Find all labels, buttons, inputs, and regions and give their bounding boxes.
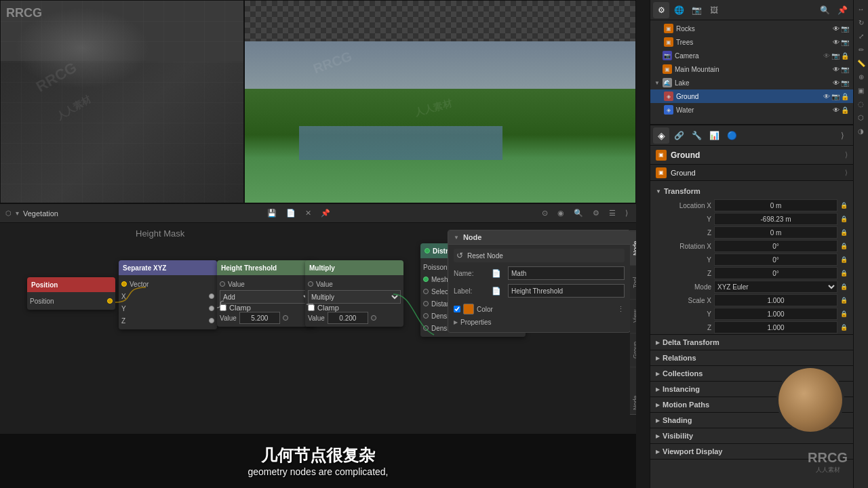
props-expand-icon[interactable]: ⟩ bbox=[834, 127, 850, 144]
ground-vis-lock[interactable]: 🔒 bbox=[841, 93, 849, 100]
scale-y-lock[interactable]: 🔒 bbox=[840, 310, 848, 317]
node-menu-btn[interactable]: ☰ bbox=[606, 208, 618, 218]
pvtab-tool[interactable]: Tool bbox=[630, 265, 636, 299]
outliner-top[interactable]: ▣ Rocks 👁 📷 ▣ Trees 👁 📷 📷 bbox=[650, 20, 853, 125]
popup-label-input[interactable] bbox=[508, 284, 625, 298]
camera-vis-2[interactable]: 📷 bbox=[831, 52, 840, 60]
rocks-vis-eye[interactable]: 👁 bbox=[833, 25, 840, 33]
viewport-render[interactable]: RRCG 人人素材 bbox=[244, 0, 636, 203]
rocks-vis-render[interactable]: 📷 bbox=[841, 25, 849, 33]
water-vis-lock[interactable]: 🔒 bbox=[841, 106, 849, 114]
rotation-z-input[interactable] bbox=[714, 267, 837, 279]
tree-item-main-mountain[interactable]: ▣ Main Mountain 👁 📷 bbox=[650, 62, 853, 76]
delta-header[interactable]: ▶ Delta Transform bbox=[650, 335, 853, 350]
popup-properties-row[interactable]: ▶ Properties bbox=[454, 317, 625, 328]
multiply-clamp-checkbox[interactable] bbox=[308, 304, 315, 311]
tool-translate[interactable]: ↔ bbox=[855, 3, 867, 15]
mode-lock[interactable]: 🔒 bbox=[840, 283, 848, 290]
tree-item-ground[interactable]: ◈ Ground 👁 📷 🔒 bbox=[650, 89, 853, 103]
node-pin-btn[interactable]: 📌 bbox=[318, 208, 333, 218]
dropdown-icon[interactable]: ▾ bbox=[16, 209, 19, 217]
trees-vis-eye[interactable]: 👁 bbox=[833, 39, 840, 46]
camera-vis-3[interactable]: 🔒 bbox=[841, 52, 849, 60]
pvtab-group[interactable]: Group bbox=[630, 333, 636, 367]
threshold-clamp-checkbox[interactable] bbox=[220, 304, 226, 311]
popup-name-input[interactable] bbox=[508, 266, 625, 280]
rotation-x-input[interactable] bbox=[714, 240, 837, 252]
lake-vis-eye[interactable]: 👁 bbox=[833, 79, 840, 87]
tool-measure[interactable]: 📏 bbox=[855, 57, 867, 69]
tool-shade[interactable]: ◑ bbox=[855, 125, 867, 137]
lake-vis-render[interactable]: 📷 bbox=[841, 79, 849, 87]
pvtab-wrangler[interactable]: Node Wrangler bbox=[630, 367, 636, 414]
transform-header[interactable]: ▼ Transform bbox=[650, 184, 853, 199]
props-modifier-icon[interactable]: 🔧 bbox=[688, 127, 705, 144]
node-height-threshold[interactable]: Height Threshold Value AddSubtractMultip… bbox=[217, 260, 315, 327]
multiply-operation-select[interactable]: MultiplyAdd bbox=[308, 290, 401, 304]
pvtab-node[interactable]: Node bbox=[630, 231, 636, 265]
obj-name-expand[interactable]: ⟩ bbox=[845, 150, 848, 159]
node-save-btn[interactable]: 💾 bbox=[264, 208, 279, 218]
threshold-operation-select[interactable]: AddSubtractMultiply bbox=[220, 290, 313, 304]
lake-triangle[interactable]: ▼ bbox=[654, 80, 660, 86]
props-constraint-icon[interactable]: 🔗 bbox=[671, 127, 687, 144]
properties-icon-btn[interactable]: ⚙ bbox=[653, 2, 669, 18]
location-y-lock[interactable]: 🔒 bbox=[840, 216, 848, 222]
pvtab-view[interactable]: View bbox=[630, 299, 636, 333]
location-z-lock[interactable]: 🔒 bbox=[840, 229, 848, 236]
viewport-3d[interactable]: RRCG RRCG 人人素材 bbox=[0, 0, 244, 203]
color-swatch[interactable] bbox=[463, 304, 474, 314]
mountain-vis-eye[interactable]: 👁 bbox=[833, 66, 840, 73]
trees-vis-render[interactable]: 📷 bbox=[841, 39, 849, 46]
search-icon-btn[interactable]: 🔍 bbox=[816, 2, 833, 18]
props-obj-icon[interactable]: ◈ bbox=[653, 127, 669, 144]
node-canvas[interactable]: Height Mask RRCG 人人素材 Position Position … bbox=[0, 223, 636, 488]
rotation-x-lock[interactable]: 🔒 bbox=[840, 243, 848, 249]
node-zoom-btn[interactable]: 🔍 bbox=[571, 208, 586, 218]
tool-rotate[interactable]: ↻ bbox=[855, 16, 867, 28]
relations-header[interactable]: ▶ Relations bbox=[650, 350, 853, 365]
tool-annotate[interactable]: ✏ bbox=[855, 43, 867, 56]
multiply-value-input[interactable] bbox=[328, 312, 368, 324]
tool-scale[interactable]: ⤢ bbox=[855, 30, 867, 42]
tool-select[interactable]: ▣ bbox=[855, 84, 867, 96]
tree-item-camera[interactable]: 📷 Camera 👁 📷 🔒 bbox=[650, 49, 853, 62]
location-z-input[interactable] bbox=[714, 226, 837, 239]
rotation-y-lock[interactable]: 🔒 bbox=[840, 256, 848, 263]
threshold-value-input[interactable] bbox=[239, 312, 280, 324]
node-extra-btn[interactable]: ⚙ bbox=[590, 208, 602, 218]
water-vis-eye[interactable]: 👁 bbox=[833, 106, 840, 114]
tree-item-lake[interactable]: ▼ 🌊 Lake 👁 📷 bbox=[650, 76, 853, 89]
tree-item-rocks[interactable]: ▣ Rocks 👁 📷 bbox=[650, 22, 853, 35]
rotation-y-input[interactable] bbox=[714, 253, 837, 266]
mountain-vis-render[interactable]: 📷 bbox=[841, 66, 849, 73]
color-checkbox[interactable] bbox=[454, 306, 460, 312]
node-position[interactable]: Position Position bbox=[27, 277, 115, 310]
props-data-icon[interactable]: 📊 bbox=[706, 127, 722, 144]
tool-cursor[interactable]: ⊕ bbox=[855, 70, 867, 83]
camera-vis-1[interactable]: 👁 bbox=[823, 52, 830, 60]
rotation-z-lock[interactable]: 🔒 bbox=[840, 270, 848, 277]
node-close-btn[interactable]: ✕ bbox=[302, 208, 314, 218]
tree-item-water[interactable]: ◈ Water 👁 🔒 bbox=[650, 103, 853, 117]
scale-z-lock[interactable]: 🔒 bbox=[840, 324, 848, 331]
scene-icon-btn[interactable]: 🌐 bbox=[671, 2, 687, 18]
location-x-input[interactable] bbox=[714, 199, 837, 211]
render-icon-btn[interactable]: 📷 bbox=[688, 2, 705, 18]
tool-edit[interactable]: ⬡ bbox=[855, 111, 867, 123]
ground-vis-render[interactable]: 📷 bbox=[831, 93, 840, 100]
tree-item-trees[interactable]: ▣ Trees 👁 📷 bbox=[650, 35, 853, 49]
node-view-btn[interactable]: ⊙ bbox=[539, 208, 551, 218]
color-menu-dots[interactable]: ⋮ bbox=[617, 305, 625, 314]
node-expand-btn[interactable]: ⟩ bbox=[623, 208, 631, 218]
node-file-btn[interactable]: 📄 bbox=[283, 208, 298, 218]
props-material-icon[interactable]: 🔵 bbox=[724, 127, 740, 144]
node-multiply[interactable]: Multiply Value MultiplyAdd Clamp Value bbox=[305, 260, 403, 327]
output-icon-btn[interactable]: 🖼 bbox=[706, 2, 722, 18]
location-x-lock[interactable]: 🔒 bbox=[840, 202, 848, 209]
scale-z-input[interactable] bbox=[714, 321, 837, 333]
reset-node-btn[interactable]: ↺ Reset Node bbox=[454, 249, 625, 262]
pin-icon-btn[interactable]: 📌 bbox=[834, 2, 850, 18]
location-y-input[interactable] bbox=[714, 213, 837, 225]
node-editor[interactable]: ⬡ ▾ Vegetation 💾 📄 ✕ 📌 ⊙ ◉ 🔍 ⚙ ☰ ⟩ Heigh… bbox=[0, 203, 636, 488]
